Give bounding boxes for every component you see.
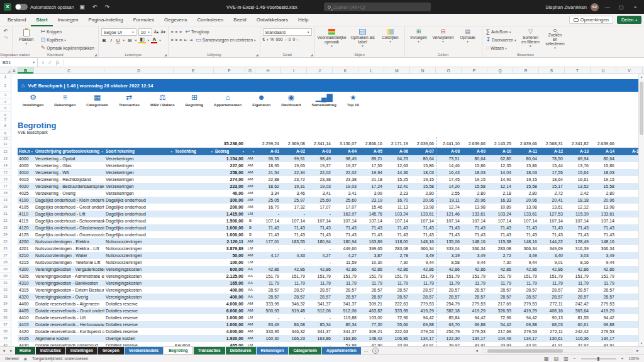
dialog-launcher-icon[interactable]: ◢ [311, 53, 313, 57]
sheet-cell[interactable] [245, 140, 255, 148]
sheet-cell[interactable]: 86,58 [281, 321, 307, 328]
column-letter[interactable]: D [104, 67, 174, 74]
sheet-cell[interactable]: 71,43 [539, 224, 565, 231]
sheet-cell[interactable]: 2.369,08 [281, 140, 307, 148]
share-button[interactable]: Delen ▾ [617, 16, 641, 24]
conditional-formatting-button[interactable]: Voorwaardelijke opmaak ▾ [318, 28, 347, 49]
row-number[interactable]: 21 [0, 211, 11, 217]
sheet-cell[interactable] [11, 190, 18, 197]
sheet-cell[interactable]: 1.154,00 [214, 155, 245, 162]
sheet-cell[interactable]: - [307, 342, 333, 346]
column-letter[interactable]: A [11, 67, 18, 74]
sheet-cell[interactable]: Dotaties reserve [104, 300, 174, 307]
sheet-cell[interactable] [11, 335, 18, 342]
sheet-cell[interactable]: 71,43 [384, 231, 410, 238]
sheet-cell[interactable]: 28,57 [565, 287, 591, 293]
close-button[interactable]: × [630, 4, 640, 10]
sheet-cell[interactable]: 283,08 [487, 245, 513, 252]
sheet-cell[interactable] [174, 266, 214, 273]
sheet-cell[interactable]: 10,30 [358, 259, 384, 266]
zoom-slider[interactable] [581, 358, 616, 359]
sheet-cell[interactable]: 17,55 [539, 169, 565, 176]
sheet-cell[interactable]: 151,79 [487, 273, 513, 280]
sheet-cell[interactable]: 42,86 [591, 266, 616, 273]
zoom-in-icon[interactable]: + [621, 356, 624, 361]
sheet-cell[interactable]: 148,16 [591, 238, 616, 245]
sheet-cell[interactable]: 2.441,10 [436, 140, 462, 148]
sheet-cell[interactable]: 279,53 [410, 328, 436, 335]
sheet-cell[interactable]: 28,57 [307, 293, 333, 300]
sheet-cell[interactable]: A-04 [333, 148, 358, 155]
comma-format-button[interactable]: 000 [275, 37, 282, 41]
sheet-cell[interactable]: AM [245, 300, 255, 307]
sheet-cell[interactable]: 333,04 [436, 245, 462, 252]
sheet-cell[interactable]: - [307, 245, 333, 252]
sheet-cell[interactable]: 151,79 [462, 273, 487, 280]
sheet-cell[interactable]: 2.299,24 [255, 140, 281, 148]
autosave-switch[interactable] [15, 4, 28, 10]
zoom-out-icon[interactable]: − [574, 356, 576, 361]
nav-item-chart[interactable]: ▁▄▇Samenvatting [311, 94, 336, 116]
sheet-cell[interactable]: 9,44 [591, 259, 616, 266]
sheet-cell[interactable]: AM [245, 321, 255, 328]
sheet-cell[interactable]: 94,42 [410, 314, 436, 321]
sheet-cell[interactable]: 94,42 [462, 314, 487, 321]
sheet-cell[interactable]: 71,43 [591, 231, 616, 238]
sheet-cell[interactable]: 341,37 [307, 328, 333, 335]
sheet-cell[interactable]: 20,96 [410, 197, 436, 204]
sheet-cell[interactable]: 11,79 [591, 280, 616, 287]
sheet-cell[interactable] [11, 293, 18, 300]
column-letter[interactable]: P [462, 67, 487, 74]
sheet-cell[interactable]: 42,86 [307, 266, 333, 273]
sheet-cell[interactable]: 449,60 [333, 245, 358, 252]
column-letter[interactable]: E [174, 67, 214, 74]
sheet-cell[interactable]: 18,95 [255, 162, 281, 169]
sheet-cell[interactable]: 69,88 [513, 321, 539, 328]
sheet-cell[interactable]: 17,55 [358, 162, 384, 169]
italic-button[interactable]: I [109, 38, 113, 43]
sheet-cell[interactable]: AM [245, 155, 255, 162]
sheet-cell[interactable]: 71,43 [513, 231, 539, 238]
sheet-cell[interactable]: 4310 [18, 280, 34, 287]
row-number[interactable]: 5 [0, 105, 11, 112]
sheet-cell[interactable]: 15,58 [410, 183, 436, 190]
sheet-cell[interactable]: 13,61 [539, 204, 565, 211]
sheet-cell[interactable]: 4005 [18, 162, 34, 169]
sheet-cell[interactable]: Verenigingskosten [104, 273, 174, 280]
sheet-cell[interactable]: 20,96 [513, 197, 539, 204]
sheet-cell[interactable]: 68,03 [539, 321, 565, 328]
sheet-cell[interactable]: 1.920,00 [214, 335, 245, 342]
sheet-cell[interactable]: 71,43 [565, 231, 591, 238]
column-letter[interactable]: N [410, 67, 436, 74]
sheet-cell[interactable]: 2.341,14 [307, 140, 333, 148]
sheet-cell[interactable]: B [245, 231, 255, 238]
sheet-cell[interactable]: 366,34 [591, 245, 616, 252]
sheet-cell[interactable]: Dotatie reservefonds - Algemeen [34, 300, 104, 307]
sheet-cell[interactable]: 107,14 [255, 217, 281, 224]
sheet-cell[interactable]: 19,15 [513, 176, 539, 183]
format-as-table-button[interactable]: Opmaken als tabel ▾ [348, 28, 377, 49]
sheet-cell[interactable]: 69,88 [462, 321, 487, 328]
ribbon-tab-start[interactable]: Start [31, 14, 52, 26]
font-size-select[interactable]: 10 ▾ [138, 28, 152, 36]
sheet-cell[interactable]: 14,04 [487, 169, 513, 176]
sheet-cell[interactable]: Verzekeringen [104, 162, 174, 169]
sheet-cell[interactable]: 349,69 [539, 245, 565, 252]
sheet-cell[interactable]: 166,23 [281, 335, 307, 342]
scroll-down-icon[interactable]: ▾ [639, 341, 644, 346]
sheet-cell[interactable]: 63,70 [436, 321, 462, 328]
row-number[interactable]: 19 [0, 197, 11, 204]
sheet-cell[interactable]: 20,96 [591, 197, 616, 204]
ribbon-tab-bestand[interactable]: Bestand [3, 14, 31, 26]
dialog-launcher-icon[interactable]: ◢ [256, 53, 258, 57]
ribbon-tab-ontwikkelaars[interactable]: Ontwikkelaars [252, 14, 293, 26]
sheet-cell[interactable]: 19,65 [281, 162, 307, 169]
sheet-cell[interactable]: 160,30 [255, 335, 281, 342]
sheet-cell[interactable]: 1.415,00 [214, 211, 245, 217]
sheet-cell[interactable]: 512,06 [333, 307, 358, 314]
sheet-cell[interactable]: 148,16 [410, 238, 436, 245]
hscroll-thumb[interactable] [487, 349, 563, 353]
sheet-cell[interactable]: 19,15 [591, 176, 616, 183]
sheet-cell[interactable]: 13,98 [410, 204, 436, 211]
sheet-cell[interactable]: 1.000,00 [214, 314, 245, 321]
